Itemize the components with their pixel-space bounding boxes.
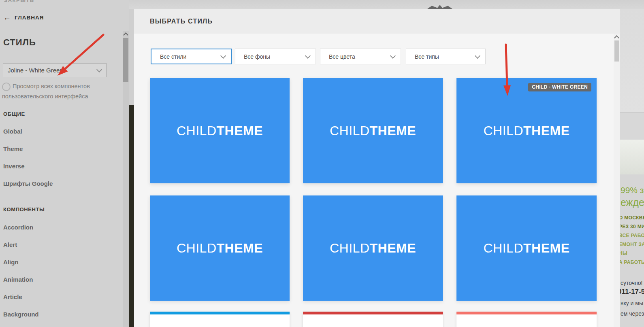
tile-brand-light: CHILD <box>330 123 370 138</box>
close-button[interactable]: ЗАКРЫТЬ <box>4 0 34 3</box>
tile-accent-bar <box>303 312 443 314</box>
style-tile[interactable] <box>456 312 597 327</box>
arrow-left-icon: ← <box>3 14 11 21</box>
modal-scrollbar[interactable] <box>614 34 620 327</box>
tile-brand-bold: THEME <box>217 123 263 138</box>
style-select-value: Joline - White Green <box>8 67 97 74</box>
underlay-top-strip <box>129 0 644 9</box>
sidebar-item-inverse[interactable]: Inverse <box>3 163 25 170</box>
style-tile[interactable]: CHILDTHEME <box>303 78 443 183</box>
underlay-photo-band <box>620 140 644 174</box>
underlay-headline-bottom: ежден <box>621 197 644 208</box>
filter-select-backgrounds[interactable]: Все фоны <box>235 49 316 64</box>
tile-brand-bold: THEME <box>370 241 416 255</box>
chevron-down-icon <box>305 53 311 58</box>
filter-value: Все стили <box>160 53 221 60</box>
sidebar-section-header-general: ОБЩИЕ <box>3 111 25 117</box>
choose-style-modal: ВЫБРАТЬ СТИЛЬ Все стили Все фоны Все цве… <box>134 9 620 327</box>
underlay-gap-strip-dark <box>129 105 134 327</box>
chevron-down-icon <box>390 53 396 58</box>
filter-value: Все типы <box>415 53 476 60</box>
style-tile-selected[interactable]: CHILD - WHITE GREEN CHILDTHEME <box>456 78 597 183</box>
selected-style-badge: CHILD - WHITE GREEN <box>528 83 591 91</box>
chevron-up-icon <box>123 32 128 38</box>
chevron-down-icon <box>96 66 102 72</box>
tile-brand-light: CHILD <box>330 241 370 255</box>
underlay-list-line: НЫ <box>620 251 627 256</box>
style-select[interactable]: Joline - White Green <box>3 63 107 77</box>
underlay-list-line: РЕЗ 30 МИ <box>620 224 644 229</box>
sidebar-section-header-components: КОМПОНЕНТЫ <box>3 206 45 212</box>
style-tile[interactable] <box>303 312 443 327</box>
sidebar-item-theme[interactable]: Theme <box>3 145 23 152</box>
radio-circle-icon <box>2 83 11 91</box>
tile-brand-bold: THEME <box>523 241 570 255</box>
tile-brand-bold: THEME <box>370 123 416 138</box>
view-all-components-radio[interactable]: Просмотр всех компонентов пользовательск… <box>2 81 120 102</box>
sidebar-item-google-fonts[interactable]: Шрифты Google <box>3 180 53 187</box>
back-label: ГЛАВНАЯ <box>15 15 44 21</box>
back-to-main-button[interactable]: ← ГЛАВНАЯ <box>3 14 44 21</box>
underlay-headline-top: 99% з <box>621 185 644 195</box>
underlay-text-line: ем через <box>621 310 644 317</box>
underlay-page-column: 99% з ежден О МОСКВЕ РЕЗ 30 МИ ВСЕ РАБОТ… <box>620 9 644 327</box>
underlay-list-line: А РАБОТЫ <box>620 259 644 265</box>
style-tile[interactable]: CHILDTHEME <box>303 195 443 301</box>
tile-brand-light: CHILD <box>177 123 217 138</box>
modal-scrollbar-thumb[interactable] <box>614 40 619 62</box>
underlay-gap-strip-top <box>129 9 134 105</box>
filter-select-types[interactable]: Все типы <box>406 49 486 64</box>
tile-brand-light: CHILD <box>483 241 523 255</box>
screen: 99% з ежден О МОСКВЕ РЕЗ 30 МИ ВСЕ РАБОТ… <box>0 0 644 327</box>
underlay-band <box>620 113 644 140</box>
sidebar-item-background[interactable]: Background <box>3 311 39 318</box>
tile-brand-light: CHILD <box>483 123 523 138</box>
sidebar-item-align[interactable]: Align <box>3 259 19 265</box>
style-tile[interactable]: CHILDTHEME <box>150 195 290 301</box>
filter-select-styles[interactable]: Все стили <box>151 49 232 64</box>
sidebar-scrollbar[interactable] <box>123 31 129 327</box>
filter-value: Все фоны <box>244 53 306 60</box>
radio-label: Просмотр всех компонентов пользовательск… <box>2 81 120 102</box>
tile-brand-bold: THEME <box>523 123 570 138</box>
sidebar-item-global[interactable]: Global <box>3 128 22 135</box>
sidebar-item-accordion[interactable]: Accordion <box>3 224 33 231</box>
chevron-down-icon <box>475 53 480 58</box>
style-tile[interactable]: CHILDTHEME <box>456 195 597 301</box>
sidebar-item-article[interactable]: Article <box>3 293 22 300</box>
underlay-note: суточно! <box>621 280 642 286</box>
underlay-text-line: вку и мы <box>621 300 643 306</box>
underlay-phone: 011-17-52 <box>620 288 644 296</box>
tile-brand-bold: THEME <box>217 241 263 255</box>
underlay-logo-shape <box>427 4 452 9</box>
modal-title: ВЫБРАТЬ СТИЛЬ <box>150 18 213 25</box>
tile-accent-bar <box>150 312 290 314</box>
underlay-list-line: ВСЕ РАБОТ <box>620 233 644 238</box>
style-tile[interactable]: CHILDTHEME <box>150 78 290 183</box>
tile-accent-bar <box>456 312 597 314</box>
underlay-list-line: О МОСКВЕ <box>620 215 644 221</box>
chevron-up-icon <box>614 35 619 40</box>
sidebar-title: СТИЛЬ <box>3 37 36 48</box>
sidebar-item-alert[interactable]: Alert <box>3 241 17 248</box>
style-sidebar: ЗАКРЫТЬ ← ГЛАВНАЯ СТИЛЬ Joline - White G… <box>0 0 129 327</box>
filter-select-colors[interactable]: Все цвета <box>320 49 401 64</box>
style-tile[interactable] <box>150 312 290 327</box>
chevron-down-icon <box>220 53 226 58</box>
filter-value: Все цвета <box>329 53 391 60</box>
sidebar-scrollbar-thumb[interactable] <box>123 38 128 82</box>
sidebar-item-animation[interactable]: Animation <box>3 276 33 283</box>
tile-brand-light: CHILD <box>177 241 217 255</box>
modal-header: ВЫБРАТЬ СТИЛЬ <box>134 9 620 34</box>
underlay-header-area <box>620 9 644 112</box>
underlay-list-line: ЕМОНТ ЗАМ <box>620 242 644 247</box>
